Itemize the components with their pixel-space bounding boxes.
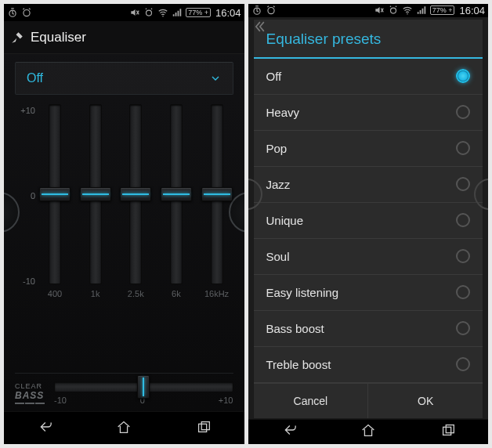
alarm-small-icon: [143, 7, 154, 18]
svg-point-8: [390, 8, 396, 13]
clear-bass-slider[interactable]: [54, 381, 233, 392]
back-button[interactable]: [35, 418, 52, 439]
battery-indicator: 77% +: [430, 5, 455, 15]
svg-point-7: [267, 8, 273, 14]
battery-indicator: 77% +: [186, 8, 211, 17]
svg-point-2: [147, 10, 152, 16]
svg-point-3: [162, 16, 164, 17]
svg-point-1: [24, 10, 30, 16]
chevron-down-icon: [209, 72, 222, 85]
back-button[interactable]: [280, 421, 297, 442]
stopwatch-icon: [251, 5, 262, 16]
radio-off-icon: [456, 321, 470, 335]
page-title: Equaliser: [31, 30, 86, 45]
recent-apps-button[interactable]: [440, 421, 457, 442]
radio-off-icon: [456, 105, 470, 119]
back-chevron-icon: [251, 19, 267, 34]
preset-option-soul[interactable]: Soul: [254, 239, 483, 275]
navigation-bar: [4, 411, 244, 444]
phone-presets-dialog-screen: 77% + 16:04 Equaliser presets Off Heavy: [248, 4, 489, 444]
radio-off-icon: [456, 285, 470, 299]
clock-text: 16:04: [459, 5, 485, 16]
preset-option-jazz[interactable]: Jazz: [254, 167, 483, 203]
preset-dropdown[interactable]: Off: [15, 62, 233, 95]
clear-bass-section: CLEAR BASS -10 0 +10: [15, 373, 233, 411]
preset-list: Off Heavy Pop Jazz Unique: [254, 59, 483, 383]
ok-button[interactable]: OK: [367, 384, 483, 418]
dialog-title: Equaliser presets: [254, 20, 483, 59]
svg-point-9: [407, 13, 408, 15]
equaliser-bands: +10 0 -10 400 1k 2.5k 6: [15, 104, 233, 365]
radio-off-icon: [456, 213, 470, 227]
band-slider-400[interactable]: 400: [38, 104, 71, 300]
radio-on-icon: [456, 69, 470, 83]
radio-off-icon: [456, 357, 470, 371]
wifi-icon: [402, 5, 413, 16]
status-bar: 77% + 16:04: [248, 4, 489, 17]
preset-option-bass-boost[interactable]: Bass boost: [254, 311, 483, 347]
alarm-icon: [266, 5, 277, 16]
preset-option-easy-listening[interactable]: Easy listening: [254, 275, 483, 311]
cancel-button[interactable]: Cancel: [254, 384, 368, 418]
preset-option-off[interactable]: Off: [254, 59, 483, 95]
band-slider-6k[interactable]: 6k: [160, 104, 193, 300]
navigation-bar: [248, 419, 489, 444]
wifi-icon: [157, 7, 168, 18]
band-slider-2-5k[interactable]: 2.5k: [119, 104, 152, 300]
preset-option-heavy[interactable]: Heavy: [254, 95, 483, 131]
gain-scale: +10 0 -10: [15, 104, 38, 300]
recent-apps-button[interactable]: [195, 418, 212, 439]
status-bar: 77% + 16:04: [4, 4, 244, 21]
phone-equaliser-screen: 77% + 16:04 Equaliser Off +10 0 -10 40: [4, 4, 244, 444]
preset-option-pop[interactable]: Pop: [254, 131, 483, 167]
stopwatch-icon: [7, 7, 18, 18]
svg-rect-4: [199, 424, 207, 432]
svg-rect-11: [446, 425, 454, 433]
signal-icon: [172, 7, 183, 18]
svg-rect-10: [443, 428, 450, 435]
signal-icon: [416, 5, 427, 16]
settings-tools-icon: [10, 31, 24, 45]
clock-text: 16:04: [215, 7, 241, 19]
preset-option-unique[interactable]: Unique: [254, 203, 483, 239]
app-header: Equaliser: [4, 21, 244, 54]
alarm-small-icon: [388, 5, 399, 16]
svg-rect-5: [202, 421, 210, 429]
mute-icon: [129, 7, 140, 18]
band-slider-16k[interactable]: 16kHz: [201, 104, 233, 300]
preset-selected-label: Off: [27, 71, 43, 85]
radio-off-icon: [456, 141, 470, 155]
mute-icon: [374, 5, 385, 16]
clear-bass-label: CLEAR BASS: [15, 383, 45, 404]
alarm-icon: [21, 7, 32, 18]
home-button[interactable]: [115, 418, 132, 439]
radio-off-icon: [456, 249, 470, 263]
presets-dialog: Equaliser presets Off Heavy Pop Jazz: [253, 19, 484, 419]
band-slider-1k[interactable]: 1k: [79, 104, 112, 300]
radio-off-icon: [456, 177, 470, 191]
home-button[interactable]: [360, 421, 377, 442]
preset-option-treble-boost[interactable]: Treble boost: [254, 347, 483, 383]
